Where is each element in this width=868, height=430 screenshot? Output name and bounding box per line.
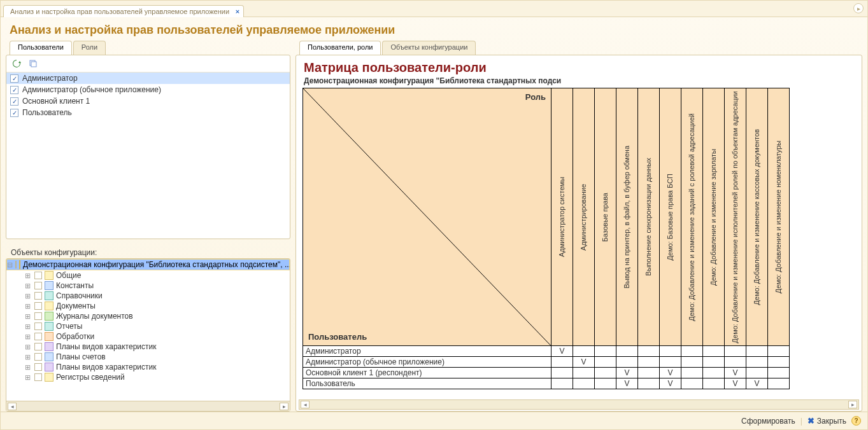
matrix-column-header: Демо: Базовые права БСП (660, 88, 681, 346)
matrix-cell (703, 368, 725, 378)
matrix-cell (681, 346, 703, 357)
checkbox[interactable] (34, 302, 42, 310)
matrix-title: Матрица пользователи-роли (302, 58, 859, 75)
checkbox[interactable] (10, 109, 18, 117)
checkbox[interactable] (15, 261, 17, 268)
user-row[interactable]: Пользователь (6, 107, 290, 118)
checkbox[interactable] (34, 343, 42, 350)
tree-item[interactable]: ⊞Планы видов характеристик (6, 342, 290, 352)
checkbox[interactable] (34, 373, 42, 381)
expand-icon[interactable]: ⊞ (6, 302, 32, 310)
user-label: Администратор (обычное приложение) (22, 85, 161, 94)
checkbox[interactable] (34, 292, 42, 300)
matrix-cell (681, 357, 703, 368)
checkbox[interactable] (10, 74, 18, 83)
matrix-cell (595, 346, 616, 357)
matrix-cell (746, 368, 768, 378)
tree-root-label: Демонстрационная конфигурация "Библиотек… (23, 260, 290, 269)
scroll-right-icon[interactable]: ▸ (848, 401, 857, 408)
checkbox[interactable] (10, 86, 18, 94)
folder-icon (45, 373, 53, 382)
checkbox[interactable] (34, 312, 42, 320)
close-icon[interactable]: × (236, 8, 239, 15)
tree-item[interactable]: ⊞Константы (6, 281, 290, 291)
checkbox[interactable] (34, 272, 42, 279)
expand-icon[interactable]: ⊞ (6, 322, 32, 331)
close-button[interactable]: ✖ Закрыть (808, 416, 846, 426)
window-menu-button[interactable]: ▸ (853, 3, 864, 13)
tree-item[interactable]: ⊞Журналы документов (6, 311, 290, 321)
tree-item[interactable]: ⊞Планы счетов (6, 352, 290, 362)
matrix-hscrollbar[interactable]: ◂ ▸ (299, 399, 859, 410)
tree-root[interactable]: ⊟Демонстрационная конфигурация "Библиоте… (6, 259, 290, 270)
matrix-cell (551, 368, 573, 378)
tab-config-objects[interactable]: Объекты конфигурации (382, 41, 476, 55)
tree-item[interactable]: ⊞Общие (6, 270, 290, 281)
folder-icon (45, 271, 53, 280)
matrix-subtitle: Демонстрационная конфигурация "Библиотек… (302, 75, 859, 88)
matrix-cell (638, 378, 660, 389)
matrix-cell (551, 357, 573, 368)
tree-item[interactable]: ⊞Справочники (6, 291, 290, 301)
matrix-cell (768, 378, 790, 389)
tab-users-roles[interactable]: Пользователи, роли (299, 41, 381, 55)
matrix-table: РольПользовательАдминистратор системыАдм… (302, 88, 790, 389)
config-tree[interactable]: ⊟Демонстрационная конфигурация "Библиоте… (6, 259, 290, 401)
tree-item[interactable]: ⊞Отчеты (6, 321, 290, 331)
close-icon: ✖ (808, 416, 815, 426)
user-label: Администратор (22, 74, 78, 83)
user-label: Пользователь (22, 108, 72, 117)
expand-icon[interactable]: ⊞ (6, 363, 32, 371)
matrix-scroll[interactable]: Матрица пользователи-роли Демонстрационн… (302, 58, 859, 398)
tree-item[interactable]: ⊞Планы видов характеристик (6, 362, 290, 372)
user-row[interactable]: Основной клиент 1 (6, 95, 290, 107)
expand-icon[interactable]: ⊞ (6, 272, 32, 280)
user-row[interactable]: Администратор (6, 73, 290, 84)
checkbox[interactable] (34, 363, 42, 371)
checkbox[interactable] (34, 322, 42, 330)
tree-item[interactable]: ⊞Обработки (6, 331, 290, 342)
window-tab[interactable]: Анализ и настройка прав пользователей уп… (3, 5, 244, 17)
checkbox[interactable] (34, 282, 42, 289)
checkbox[interactable] (34, 353, 42, 361)
expand-icon[interactable]: ⊞ (6, 343, 32, 351)
checkbox[interactable] (34, 333, 42, 340)
expand-icon[interactable]: ⊞ (6, 282, 32, 290)
user-row[interactable]: Администратор (обычное приложение) (6, 84, 290, 95)
tree-item[interactable]: ⊞Документы (6, 301, 290, 311)
matrix-cell (746, 346, 768, 357)
bottom-bar: Сформировать | ✖ Закрыть ? (1, 412, 867, 429)
matrix-column-header: Базовые права (595, 88, 616, 346)
tree-item-label: Журналы документов (56, 312, 133, 321)
help-icon[interactable]: ? (851, 416, 861, 426)
matrix-column-header: Демо: Добавление и изменение заданий с р… (681, 88, 703, 346)
matrix-row-header: Администратор (303, 346, 551, 357)
matrix-column-header: Вывод на принтер, в файл, в буфер обмена (616, 88, 638, 346)
folder-icon (45, 312, 53, 321)
user-list: АдминистраторАдминистратор (обычное прил… (6, 73, 290, 239)
scroll-right-icon[interactable]: ▸ (280, 403, 288, 410)
collapse-icon[interactable]: ⊟ (7, 261, 13, 269)
expand-icon[interactable]: ⊞ (6, 333, 32, 341)
matrix-cell (768, 346, 790, 357)
matrix-cell (573, 378, 595, 389)
tree-item[interactable]: ⊞Регистры сведений (6, 372, 290, 382)
generate-button[interactable]: Сформировать (741, 417, 795, 426)
tab-roles[interactable]: Роли (73, 41, 106, 55)
expand-icon[interactable]: ⊞ (6, 373, 32, 382)
expand-icon[interactable]: ⊞ (6, 353, 32, 361)
refresh-icon[interactable] (10, 58, 23, 69)
tree-hscrollbar[interactable]: ◂ ▸ (6, 401, 290, 411)
matrix-cell (703, 357, 725, 368)
matrix-cell (573, 346, 595, 357)
tree-item-label: Документы (56, 302, 96, 310)
checkbox[interactable] (10, 97, 18, 106)
scroll-left-icon[interactable]: ◂ (301, 401, 309, 408)
matrix-cell (616, 346, 638, 357)
matrix-cell (638, 346, 660, 357)
tab-users[interactable]: Пользователи (10, 41, 72, 55)
copy-icon[interactable] (27, 58, 39, 69)
scroll-left-icon[interactable]: ◂ (8, 403, 17, 410)
expand-icon[interactable]: ⊞ (6, 292, 32, 300)
expand-icon[interactable]: ⊞ (6, 312, 32, 321)
